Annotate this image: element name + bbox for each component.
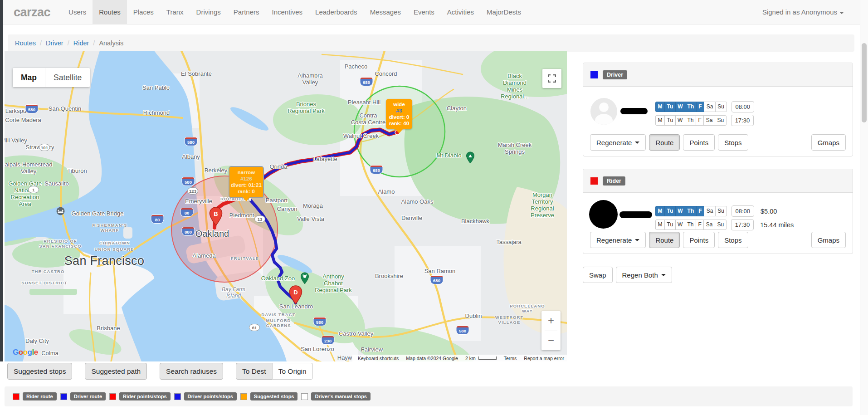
stop-tooltip-wide[interactable]: wide#3divert: 0rank: 40 bbox=[386, 99, 412, 129]
driver-time-start[interactable]: 08:00 bbox=[731, 101, 755, 112]
route-destination-marker-D[interactable]: D bbox=[289, 285, 302, 306]
avatar bbox=[589, 200, 618, 229]
driver-day-toggle-sa[interactable]: Sa bbox=[704, 102, 716, 112]
rider-day-toggle-sa[interactable]: Sa bbox=[703, 220, 715, 230]
rider-time-end[interactable]: 17:30 bbox=[731, 219, 754, 230]
user-menu-label: Signed in as Anonymous bbox=[762, 8, 837, 16]
rider-day-toggle-th[interactable]: Th bbox=[685, 220, 696, 230]
driver-day-toggle-f[interactable]: F bbox=[696, 102, 704, 112]
tooltip-line: rank: 40 bbox=[387, 120, 411, 127]
nav-item-incentives[interactable]: Incentives bbox=[266, 0, 309, 24]
interstate-shield-680: 680 bbox=[361, 78, 373, 86]
rider-day-toggle-m[interactable]: M bbox=[655, 220, 665, 230]
map-type-map-button[interactable]: Map bbox=[13, 68, 45, 87]
map-label: SUNSET DISTRICT bbox=[21, 280, 67, 285]
nav-item-routes[interactable]: Routes bbox=[93, 0, 127, 24]
driver-route-button[interactable]: Route bbox=[649, 134, 680, 151]
rider-day-toggle-th[interactable]: Th bbox=[685, 206, 697, 216]
tooltip-line: divert: 0 bbox=[387, 114, 411, 120]
driver-day-toggle-th[interactable]: Th bbox=[685, 102, 697, 112]
breadcrumb: Routes/Driver/Rider/Analysis bbox=[8, 34, 854, 52]
toolbar-search-radiuses-button[interactable]: Search radiuses bbox=[160, 363, 223, 380]
driver-day-toggle-sa[interactable]: Sa bbox=[703, 115, 715, 126]
breadcrumb-link-routes[interactable]: Routes bbox=[15, 39, 36, 47]
driver-day-toggle-su[interactable]: Su bbox=[715, 102, 727, 112]
driver-gmaps-button[interactable]: Gmaps bbox=[811, 134, 846, 151]
nav-item-places[interactable]: Places bbox=[127, 0, 160, 24]
nav-item-majordests[interactable]: MajorDests bbox=[480, 0, 527, 24]
zoom-out-button[interactable]: − bbox=[541, 331, 561, 351]
golden-gate-bridge-icon[interactable] bbox=[56, 207, 65, 215]
rider-route-button[interactable]: Route bbox=[649, 232, 680, 248]
attribution-report-a-map-error[interactable]: Report a map error bbox=[524, 356, 564, 361]
map-scale-bar bbox=[478, 356, 497, 360]
rider-day-toggle-tu[interactable]: Tu bbox=[664, 220, 676, 230]
mt-diablo-park-pin[interactable] bbox=[466, 151, 475, 164]
driver-day-toggle-tu[interactable]: Tu bbox=[664, 115, 676, 126]
map-attribution: Keyboard shortcutsMap data ©2024 Google2… bbox=[352, 355, 567, 361]
rider-day-toggle-f[interactable]: F bbox=[696, 220, 704, 230]
map-label: Mt Diablo bbox=[437, 152, 462, 159]
driver-day-toggle-su[interactable]: Su bbox=[715, 115, 727, 126]
oakland-zoo-pin[interactable] bbox=[300, 272, 309, 284]
driver-day-toggle-m[interactable]: M bbox=[655, 102, 665, 112]
fullscreen-button[interactable] bbox=[542, 69, 561, 88]
map-canvas[interactable]: El SobranteSan PabloRichmondPachecoConco… bbox=[5, 51, 567, 361]
driver-day-toggle-f[interactable]: F bbox=[696, 115, 704, 126]
nav-item-events[interactable]: Events bbox=[407, 0, 441, 24]
toolbar-to-dest-button[interactable]: To Dest bbox=[236, 363, 273, 380]
regen-both-button[interactable]: Regen Both bbox=[616, 267, 672, 283]
map-label: Black Diamond Mines Regional... bbox=[501, 73, 529, 100]
rider-day-toggle-w[interactable]: W bbox=[675, 220, 685, 230]
nav-item-activities[interactable]: Activities bbox=[441, 0, 480, 24]
swap-button[interactable]: Swap bbox=[583, 267, 613, 283]
map-type-satellite-button[interactable]: Satellite bbox=[45, 68, 90, 87]
driver-day-toggle-w[interactable]: W bbox=[675, 115, 685, 126]
driver-day-toggle-tu[interactable]: Tu bbox=[664, 102, 676, 112]
rider-day-toggle-su[interactable]: Su bbox=[715, 220, 727, 230]
toolbar-suggested-path-button[interactable]: Suggested path bbox=[85, 363, 147, 380]
rider-gmaps-button[interactable]: Gmaps bbox=[811, 232, 846, 248]
rider-stops-button[interactable]: Stops bbox=[718, 232, 748, 248]
rider-day-toggle-m[interactable]: M bbox=[655, 206, 665, 216]
nav-item-messages[interactable]: Messages bbox=[364, 0, 407, 24]
pair-actions: Swap Regen Both bbox=[583, 267, 672, 283]
scrollbar-thumb[interactable] bbox=[862, 43, 867, 122]
nav-item-partners[interactable]: Partners bbox=[227, 0, 266, 24]
driver-day-toggle-w[interactable]: W bbox=[675, 102, 685, 112]
zoom-in-button[interactable]: + bbox=[541, 311, 561, 331]
breadcrumb-link-rider[interactable]: Rider bbox=[73, 39, 89, 47]
rider-day-toggle-f[interactable]: F bbox=[696, 206, 704, 216]
rider-day-toggle-su[interactable]: Su bbox=[715, 206, 727, 216]
stop-tooltip-narrow[interactable]: narrow#126divert: 01:21rank: 0 bbox=[229, 166, 264, 198]
rider-regenerate-button[interactable]: Regenerate bbox=[590, 232, 646, 248]
rider-day-toggle-sa[interactable]: Sa bbox=[704, 206, 716, 216]
google-logo[interactable]: Google bbox=[13, 348, 38, 357]
rider-time-start[interactable]: 08:00 bbox=[731, 205, 755, 217]
driver-day-toggle-th[interactable]: Th bbox=[685, 115, 696, 126]
rider-day-toggle-w[interactable]: W bbox=[675, 206, 685, 216]
map-label: Albany bbox=[182, 153, 200, 160]
user-menu[interactable]: Signed in as Anonymous bbox=[762, 0, 868, 24]
nav-item-drivings[interactable]: Drivings bbox=[190, 0, 227, 24]
toolbar-suggested-stops-button[interactable]: Suggested stops bbox=[7, 363, 72, 380]
rider-day-toggle-tu[interactable]: Tu bbox=[664, 206, 676, 216]
driver-day-toggle-m[interactable]: M bbox=[655, 115, 665, 126]
driver-regenerate-button[interactable]: Regenerate bbox=[590, 134, 646, 151]
driver-card-header: Driver bbox=[583, 63, 853, 87]
driver-time-end[interactable]: 17:30 bbox=[731, 115, 754, 126]
state-route-shield-123: 123 bbox=[187, 187, 198, 195]
breadcrumb-link-driver[interactable]: Driver bbox=[46, 39, 63, 47]
nav-item-tranx[interactable]: Tranx bbox=[160, 0, 190, 24]
driver-stops-button[interactable]: Stops bbox=[718, 134, 748, 151]
route-origin-marker-B[interactable]: B bbox=[209, 207, 223, 228]
attribution-keyboard-shortcuts[interactable]: Keyboard shortcuts bbox=[358, 356, 399, 361]
toolbar-to-origin-button[interactable]: To Origin bbox=[272, 363, 313, 380]
nav-item-leaderboards[interactable]: Leaderboards bbox=[309, 0, 364, 24]
rider-points-button[interactable]: Points bbox=[683, 232, 715, 248]
driver-points-button[interactable]: Points bbox=[683, 134, 715, 151]
brand-logo[interactable]: carzac bbox=[0, 0, 62, 24]
attribution-terms[interactable]: Terms bbox=[504, 356, 517, 361]
nav-item-users[interactable]: Users bbox=[62, 0, 93, 24]
page-scrollbar[interactable] bbox=[860, 0, 868, 415]
